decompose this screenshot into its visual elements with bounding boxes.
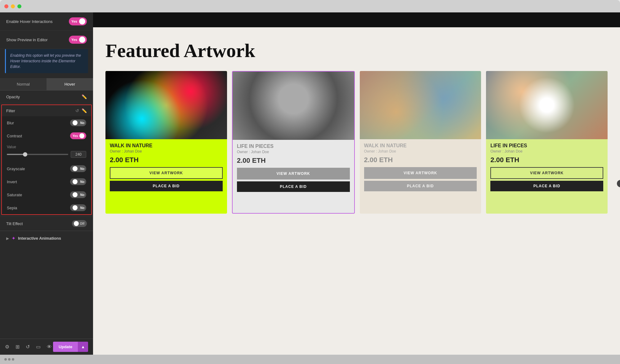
saturate-toggle[interactable]: No — [70, 191, 86, 198]
invert-toggle[interactable]: No — [70, 178, 86, 185]
enable-hover-toggle[interactable]: Yes — [69, 17, 87, 25]
card-1-owner: Owner : Johan Doe — [110, 149, 223, 153]
tilt-toggle[interactable]: Off — [72, 220, 87, 227]
card-1-bid-button[interactable]: PLACE A BID — [110, 181, 223, 191]
blur-toggle[interactable]: No — [70, 119, 86, 126]
card-3-title: WALK IN NATURE — [364, 143, 477, 149]
card-1-title: WALK IN NATURE — [110, 143, 223, 149]
opacity-edit-icon[interactable]: ✏️ — [82, 94, 87, 99]
filter-sepia-row: Sepia No — [2, 201, 91, 214]
card-1-view-button[interactable]: VIEW ARTWORK — [110, 167, 223, 179]
enable-hover-row: Enable Hover Interactions Yes — [0, 12, 93, 31]
maximize-button[interactable] — [17, 4, 21, 8]
show-preview-row: Show Preview in Editor Yes — [0, 31, 93, 49]
card-3-owner: Owner : Johan Doe — [364, 149, 477, 153]
card-3-view-button[interactable]: VIEW ARTWORK — [364, 167, 477, 179]
card-4-bid-button[interactable]: PLACE A BID — [490, 181, 603, 191]
blur-knob — [73, 120, 78, 125]
card-3-body: WALK IN NATURE Owner : Johan Doe 2.00 ET… — [360, 139, 481, 214]
tilt-knob — [74, 221, 79, 226]
card-2: LIFE IN PIECES Owner : Johan Doe 2.00 ET… — [232, 71, 355, 214]
status-dots — [4, 358, 14, 361]
card-4-price: 2.00 ETH — [490, 156, 603, 164]
filter-saturate-row: Saturate No — [2, 188, 91, 201]
filter-title: Filter — [6, 109, 15, 113]
show-preview-knob — [79, 37, 85, 43]
card-3-price: 2.00 ETH — [364, 156, 477, 164]
opacity-row: Opacity ✏️ — [0, 91, 93, 103]
card-2-image — [233, 72, 354, 140]
history-icon[interactable]: ↺ — [26, 344, 30, 350]
info-text: Enabling this option will let you previe… — [10, 53, 84, 69]
card-4-view-button[interactable]: VIEW ARTWORK — [490, 167, 603, 179]
value-label: Value — [7, 145, 86, 149]
invert-knob — [73, 179, 78, 184]
opacity-label: Opacity — [6, 95, 20, 99]
card-4: LIFE IN PIECES Owner : Johan Doe 2.00 ET… — [486, 71, 608, 214]
blur-label: Blur — [7, 121, 14, 125]
interactive-animations-section[interactable]: ▶ ✦ Interactive Animations — [0, 231, 93, 246]
status-dot-1 — [4, 358, 7, 361]
sepia-toggle[interactable]: No — [70, 204, 86, 211]
card-1-image — [105, 71, 227, 139]
contrast-label: Contrast — [7, 134, 22, 138]
saturate-label: Saturate — [7, 193, 22, 197]
card-2-view-button[interactable]: VIEW ARTWORK — [237, 168, 350, 180]
status-dot-3 — [12, 358, 14, 361]
grayscale-knob — [73, 166, 78, 171]
sidebar-spacer — [0, 246, 93, 339]
layers-icon[interactable]: ⊞ — [16, 344, 20, 350]
slider-track[interactable] — [7, 154, 68, 155]
enable-hover-knob — [79, 18, 85, 24]
filter-header: Filter ↺ ✏️ — [2, 105, 91, 116]
show-preview-toggle[interactable]: Yes — [69, 36, 87, 44]
minimize-button[interactable] — [11, 4, 15, 8]
preview-content: Featured Artwork WALK IN NATURE Owner : … — [93, 27, 620, 355]
saturate-knob — [73, 192, 78, 197]
state-tabs: Normal Hover — [0, 78, 93, 91]
update-button[interactable]: Update — [53, 342, 78, 352]
animations-label: Interactive Animations — [18, 236, 61, 241]
card-3-bid-button[interactable]: PLACE A BID — [364, 181, 477, 191]
slider-fill — [7, 154, 25, 155]
card-2-price: 2.00 ETH — [237, 157, 350, 165]
featured-title: Featured Artwork — [105, 40, 608, 62]
show-preview-value: Yes — [71, 38, 77, 42]
tab-normal[interactable]: Normal — [0, 78, 47, 90]
update-dropdown-arrow[interactable]: ▲ — [78, 342, 88, 352]
slider-value-input[interactable]: 240 — [71, 151, 86, 158]
eye-icon[interactable]: 👁 — [47, 344, 52, 350]
invert-label: Invert — [7, 180, 17, 184]
artwork-1-visual — [105, 71, 227, 139]
filter-reset-icon[interactable]: ↺ — [75, 108, 79, 113]
tab-hover[interactable]: Hover — [47, 78, 93, 90]
animations-arrow-icon: ▶ — [6, 236, 9, 241]
animations-sparkle-icon: ✦ — [11, 235, 16, 241]
card-4-image — [486, 71, 608, 139]
filter-section: Filter ↺ ✏️ Blur No Contrast Yes — [1, 104, 92, 215]
enable-hover-value: Yes — [71, 20, 77, 23]
card-4-body: LIFE IN PIECES Owner : Johan Doe 2.00 ET… — [486, 139, 608, 214]
card-4-owner: Owner : Johan Doe — [490, 149, 603, 153]
saturate-value: No — [80, 193, 84, 197]
grayscale-value: No — [80, 167, 84, 171]
filter-edit-icon[interactable]: ✏️ — [82, 108, 87, 113]
update-button-group[interactable]: Update ▲ — [53, 342, 88, 352]
enable-hover-label: Enable Hover Interactions — [6, 19, 53, 24]
tilt-effect-row: Tilt Effect Off — [0, 216, 93, 231]
preview-area: ‹ Featured Artwork WALK IN NATURE Owner … — [93, 12, 620, 355]
filter-header-icons: ↺ ✏️ — [75, 108, 87, 113]
card-2-bid-button[interactable]: PLACE A BID — [237, 181, 350, 192]
contrast-toggle[interactable]: Yes — [70, 132, 86, 139]
filter-grayscale-row: Grayscale No — [2, 162, 91, 175]
contrast-knob — [79, 133, 84, 138]
grayscale-label: Grayscale — [7, 166, 25, 171]
slider-thumb[interactable] — [23, 152, 27, 157]
close-button[interactable] — [4, 4, 8, 8]
grayscale-toggle[interactable]: No — [70, 165, 86, 172]
preview-top-bar — [93, 12, 620, 27]
settings-icon[interactable]: ⚙ — [5, 344, 9, 350]
card-1: WALK IN NATURE Owner : Johan Doe 2.00 ET… — [105, 71, 227, 214]
responsive-icon[interactable]: ▭ — [36, 344, 41, 350]
card-3: WALK IN NATURE Owner : Johan Doe 2.00 ET… — [360, 71, 481, 214]
